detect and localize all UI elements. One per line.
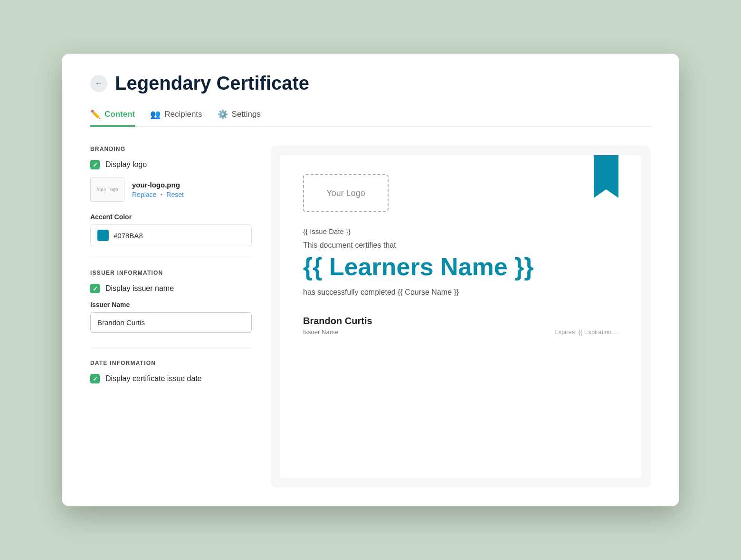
- logo-preview-row: Your Logo your-logo.png Replace • Reset: [90, 177, 252, 202]
- cert-issuer-name: Brandon Curtis: [303, 316, 372, 327]
- accent-color-input-row[interactable]: #078BA8: [90, 224, 252, 246]
- content-tab-icon: ✏️: [90, 109, 101, 120]
- accent-color-label: Accent Color: [90, 213, 252, 221]
- cert-logo-placeholder: Your Logo: [303, 174, 389, 212]
- certificate-preview-panel: Your Logo {{ Issue Date }} This document…: [271, 146, 651, 487]
- back-button[interactable]: ←: [90, 75, 107, 92]
- page-title: Legendary Certificate: [115, 73, 309, 94]
- divider-2: [90, 348, 252, 348]
- cert-completed-text: has successfully completed {{ Course Nam…: [303, 288, 618, 297]
- tab-recipients[interactable]: 👥 Recipients: [150, 109, 202, 127]
- reset-logo-link[interactable]: Reset: [166, 191, 184, 198]
- logo-actions: Replace • Reset: [132, 191, 184, 198]
- cert-issuer-section: Brandon Curtis Issuer Name Expires: {{ E…: [303, 316, 618, 336]
- cert-issuer-label: Issuer Name: [303, 328, 372, 336]
- display-logo-row: Display logo: [90, 160, 252, 169]
- cert-learner-name: {{ Learners Name }}: [303, 253, 618, 280]
- tab-settings[interactable]: ⚙️ Settings: [218, 109, 261, 127]
- tabs-bar: ✏️ Content 👥 Recipients ⚙️ Settings: [90, 109, 651, 127]
- certificate-preview: Your Logo {{ Issue Date }} This document…: [280, 155, 641, 478]
- cert-issuer-info: Brandon Curtis Issuer Name: [303, 316, 372, 336]
- page-content: ← Legendary Certificate ✏️ Content 👥 Rec…: [62, 54, 679, 506]
- divider-1: [90, 258, 252, 258]
- logo-filename: your-logo.png: [132, 181, 184, 189]
- left-panel: BRANDING Display logo Your Logo your-log…: [90, 146, 271, 487]
- replace-logo-link[interactable]: Replace: [132, 191, 156, 198]
- display-issuer-row: Display issuer name: [90, 284, 252, 293]
- issuer-name-input[interactable]: [90, 312, 252, 333]
- display-date-row: Display certificate issue date: [90, 374, 252, 383]
- certificate-ribbon: [594, 155, 618, 198]
- issuer-name-label: Issuer Name: [90, 301, 252, 308]
- logo-info: your-logo.png Replace • Reset: [132, 181, 184, 198]
- display-logo-checkbox[interactable]: [90, 160, 100, 169]
- main-layout: BRANDING Display logo Your Logo your-log…: [90, 146, 651, 487]
- tab-content-label: Content: [104, 110, 135, 119]
- tab-recipients-label: Recipients: [164, 110, 202, 119]
- accent-color-value: #078BA8: [114, 232, 143, 240]
- display-logo-label: Display logo: [105, 160, 147, 169]
- display-date-label: Display certificate issue date: [105, 374, 202, 383]
- date-section-label: DATE INFORMATION: [90, 360, 252, 366]
- branding-section-label: BRANDING: [90, 146, 252, 152]
- page-header: ← Legendary Certificate: [90, 73, 651, 94]
- cert-certifies-text: This document certifies that: [303, 241, 618, 250]
- issuer-section-label: ISSUER INFORMATION: [90, 270, 252, 276]
- display-issuer-checkbox[interactable]: [90, 284, 100, 293]
- browser-window: ← Legendary Certificate ✏️ Content 👥 Rec…: [62, 54, 679, 506]
- cert-expires: Expires: {{ Expiration ...: [554, 328, 618, 336]
- tab-content[interactable]: ✏️ Content: [90, 109, 135, 127]
- recipients-tab-icon: 👥: [150, 109, 161, 120]
- cert-issue-date: {{ Issue Date }}: [303, 227, 618, 235]
- display-issuer-label: Display issuer name: [105, 284, 174, 293]
- settings-tab-icon: ⚙️: [218, 109, 228, 120]
- logo-thumbnail: Your Logo: [90, 177, 124, 202]
- display-date-checkbox[interactable]: [90, 374, 100, 383]
- accent-color-swatch: [97, 230, 109, 241]
- tab-settings-label: Settings: [232, 110, 261, 119]
